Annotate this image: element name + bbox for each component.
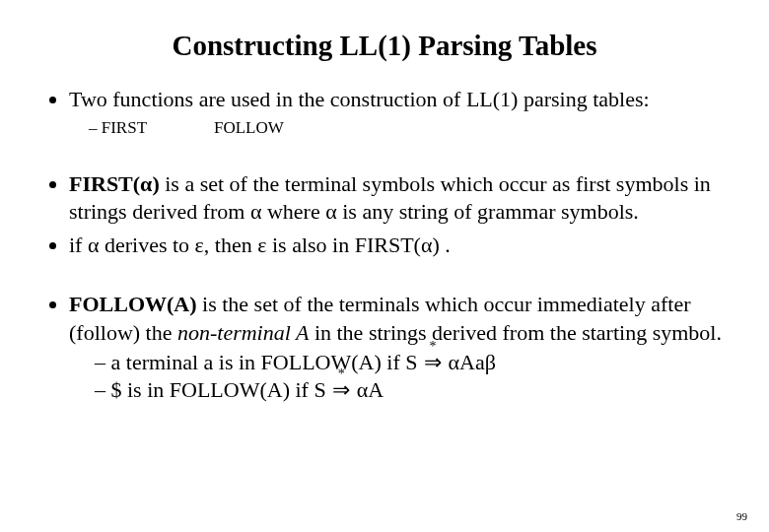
bullet-list-first: FIRST(α) is a set of the terminal symbol…: [49, 170, 739, 259]
follow-lead: FOLLOW(A): [69, 292, 197, 316]
follow-nt: non-terminal A: [177, 320, 309, 345]
follow-sub-a-post: αAaβ: [443, 350, 496, 374]
derives-icon: *⇒: [423, 349, 443, 376]
follow-sublist: a terminal a is in FOLLOW(A) if S *⇒ αAa…: [69, 349, 739, 404]
spacer: [30, 265, 739, 291]
bullet-first-def: FIRST(α) is a set of the terminal symbol…: [69, 170, 739, 226]
bullet-first-eps: if α derives to ε, then ε is also in FIR…: [69, 232, 739, 259]
star-icon: *: [338, 366, 345, 383]
bullet-list-follow: FOLLOW(A) is the set of the terminals wh…: [49, 291, 739, 404]
first-def-lead: FIRST(α): [69, 171, 160, 196]
func-follow: FOLLOW: [214, 117, 284, 139]
slide: Constructing LL(1) Parsing Tables Two fu…: [0, 0, 769, 532]
slide-title: Constructing LL(1) Parsing Tables: [30, 30, 739, 62]
first-eps-text: if α derives to ε, then ε is also in FIR…: [69, 233, 451, 257]
bullet-intro: Two functions are used in the constructi…: [69, 86, 739, 139]
derives-icon: *⇒: [331, 376, 351, 404]
page-number: 99: [736, 510, 747, 522]
funcs-row: FIRST FOLLOW: [89, 117, 739, 139]
follow-sub-b-pre: $ is in FOLLOW(A) if S: [111, 377, 332, 402]
star-icon: *: [430, 338, 437, 356]
spacer: [30, 145, 739, 170]
intro-sublist: FIRST FOLLOW: [69, 117, 739, 139]
intro-text: Two functions are used in the constructi…: [69, 87, 650, 111]
bullet-list: Two functions are used in the constructi…: [49, 86, 739, 139]
bullet-follow-def: FOLLOW(A) is the set of the terminals wh…: [69, 291, 739, 404]
follow-sub-b: $ is in FOLLOW(A) if S *⇒ αA: [95, 376, 739, 404]
first-def-rest: is a set of the terminal symbols which o…: [69, 171, 711, 224]
follow-sub-a-pre: a terminal a is in FOLLOW(A) if S: [111, 350, 424, 374]
follow-sub-a: a terminal a is in FOLLOW(A) if S *⇒ αAa…: [95, 349, 739, 376]
func-first: FIRST: [102, 117, 210, 139]
follow-sub-b-post: αA: [351, 377, 384, 402]
follow-rest2: in the strings derived from the starting…: [309, 320, 722, 345]
